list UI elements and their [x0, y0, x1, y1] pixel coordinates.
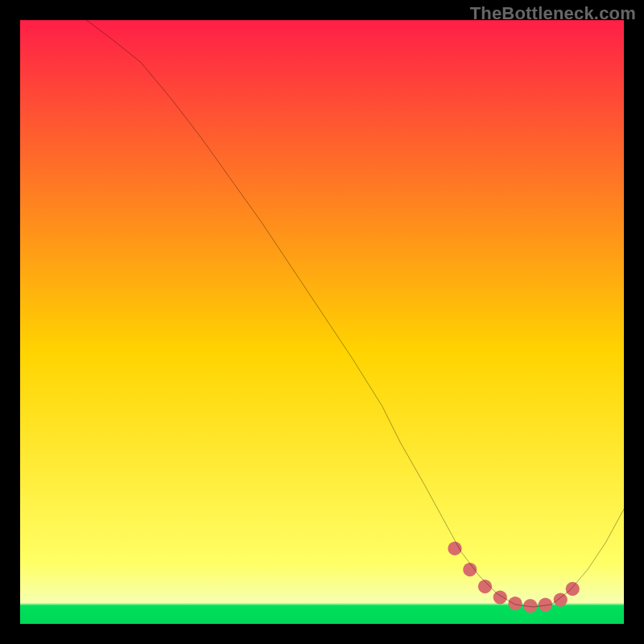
- chart-stage: TheBottleneck.com: [0, 0, 644, 644]
- marker-dot: [493, 590, 507, 604]
- bottleneck-plot: [20, 20, 624, 624]
- marker-dot: [523, 599, 537, 613]
- marker-dot: [508, 597, 522, 610]
- gradient-background: [20, 20, 624, 624]
- marker-dot: [463, 563, 477, 576]
- marker-dot: [448, 542, 461, 555]
- marker-dot: [554, 592, 568, 606]
- watermark-text: TheBottleneck.com: [470, 3, 636, 24]
- marker-dot: [566, 582, 580, 596]
- marker-dot: [539, 597, 552, 611]
